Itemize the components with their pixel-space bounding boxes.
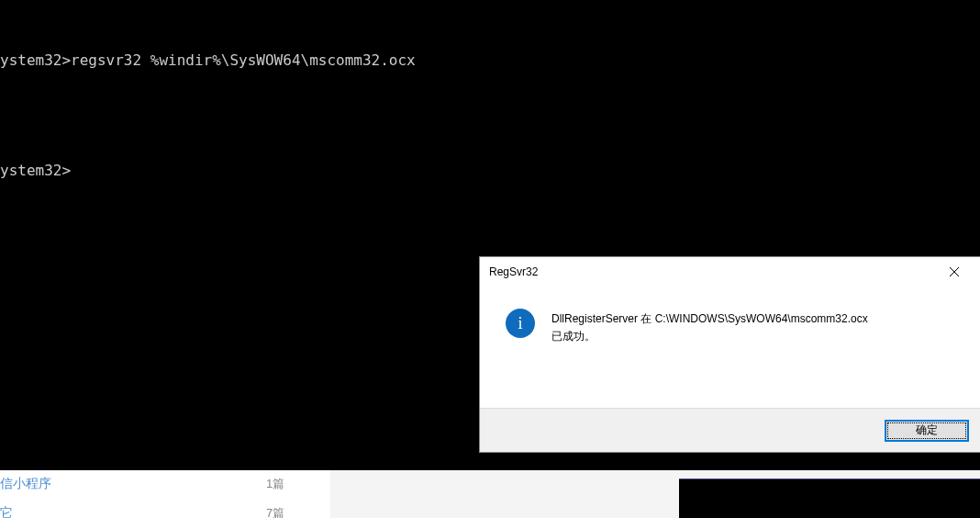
dialog-message-line: 已成功。 [551, 328, 868, 345]
page-background: 信小程序 1篇 它 7篇 [0, 470, 980, 518]
ok-button[interactable]: 确定 [885, 420, 969, 442]
dialog-body: i DllRegisterServer 在 C:\WINDOWS\SysWOW6… [480, 287, 980, 355]
terminal-line: ystem32> [0, 160, 980, 182]
dialog-title: RegSvr32 [489, 265, 538, 278]
dialog-message: DllRegisterServer 在 C:\WINDOWS\SysWOW64\… [551, 309, 868, 345]
terminal-line: ystem32>regsvr32 %windir%\SysWOW64\mscom… [0, 50, 980, 72]
sidebar-count: 7篇 [266, 505, 284, 518]
embedded-dark-panel [679, 479, 980, 518]
regsvr32-dialog: RegSvr32 i DllRegisterServer 在 C:\WINDOW… [479, 256, 980, 453]
close-icon [950, 267, 959, 276]
dialog-footer: 确定 [480, 408, 980, 452]
info-icon: i [506, 309, 535, 338]
close-button[interactable] [936, 259, 973, 285]
dialog-titlebar[interactable]: RegSvr32 [480, 257, 980, 287]
sidebar-link-wechat-miniapp[interactable]: 信小程序 [0, 476, 51, 492]
dialog-message-line: DllRegisterServer 在 C:\WINDOWS\SysWOW64\… [551, 310, 868, 328]
sidebar-count: 1篇 [266, 476, 284, 492]
sidebar-link-other[interactable]: 它 [0, 505, 13, 518]
content-panel [330, 470, 980, 518]
